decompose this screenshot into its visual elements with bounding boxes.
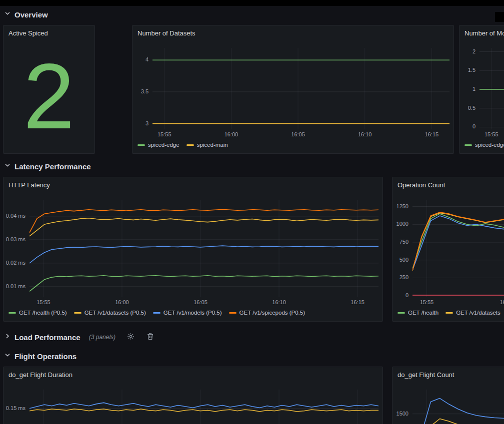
legend-label: GET /v1/datasets (P0.5)	[84, 310, 146, 316]
section-delete-button[interactable]	[147, 333, 154, 342]
legend-item[interactable]: GET /health (P0.5)	[8, 310, 67, 316]
legend-color-dash	[464, 144, 472, 146]
legend-item[interactable]: spiced-edge	[138, 142, 180, 148]
series-line	[30, 209, 378, 233]
x-axis: 15:5516:0016:0516:1016:15	[152, 131, 450, 139]
panel-count-label: (3 panels)	[89, 334, 116, 341]
legend-item[interactable]: GET /v1/spicepods (P0.5)	[229, 310, 305, 316]
chart-do-get-flight-count: 150010005000 15:5516:0016:0516:1016:15	[392, 390, 504, 424]
plot-area[interactable]	[30, 390, 378, 424]
x-axis-label: 16:00	[107, 299, 137, 305]
section-header-overview[interactable]: Overview	[4, 8, 48, 21]
panel-http-latency: HTTP Latency 0.04 ms0.03 ms0.02 ms0.01 m…	[3, 177, 383, 322]
y-axis-label: 2	[472, 48, 476, 54]
legend-item[interactable]: GET /v1/models (P0.5)	[153, 310, 222, 316]
plot-area[interactable]	[480, 48, 504, 129]
plot-area[interactable]	[412, 200, 504, 297]
panel-number-of-datasets: Number of Datasets 43.53 15:5516:0016:05…	[132, 25, 454, 154]
x-axis-label: 16:00	[216, 131, 246, 137]
chart-number-of-datasets: 43.53 15:5516:0016:0516:1016:15 spiced-e…	[132, 48, 450, 149]
chart-canvas[interactable]	[152, 48, 450, 129]
legend-color-dash	[8, 312, 16, 314]
y-axis-label: 1500	[396, 411, 408, 417]
y-axis: 150010005000	[392, 390, 412, 424]
panel-active-spiced: Active Spiced 2	[3, 25, 95, 154]
y-axis-label: 0.5	[468, 105, 476, 111]
y-axis: 43.53	[132, 48, 152, 129]
series-line	[30, 218, 378, 236]
section-settings-button[interactable]	[127, 333, 134, 342]
plot-area[interactable]	[152, 48, 450, 129]
x-axis-label: 15:55	[150, 131, 180, 137]
panel-do-get-flight-duration: do_get Flight Duration 0.15 ms0.1 ms0.05…	[3, 367, 383, 424]
y-axis-label: 0.04 ms	[6, 213, 26, 219]
section-label: Latency Performance	[14, 162, 91, 171]
x-axis-label: 16:15	[416, 131, 446, 137]
y-axis-label: 0	[406, 292, 408, 298]
section-header-load-performance[interactable]: Load Performance (3 panels)	[4, 331, 154, 344]
legend-label: GET /v1/models (P0.5)	[164, 310, 222, 316]
chart-canvas[interactable]	[30, 200, 378, 297]
chart-canvas[interactable]	[412, 390, 504, 424]
plot-area[interactable]	[30, 200, 378, 297]
legend-color-dash	[186, 144, 194, 146]
panel-title[interactable]: Number of Datasets	[138, 29, 196, 37]
y-axis-label: 500	[400, 257, 408, 263]
stat-value: 2	[4, 43, 94, 149]
chart-do-get-flight-duration: 0.15 ms0.1 ms0.05 ms 15:5516:0016:0516:1…	[4, 390, 378, 424]
y-axis-label: 0.02 ms	[6, 260, 26, 266]
x-axis-label: 16:15	[342, 299, 372, 305]
chart-canvas[interactable]	[480, 48, 504, 129]
x-axis-label: 15:55	[28, 299, 58, 305]
panel-title[interactable]: do_get Flight Duration	[8, 371, 72, 379]
legend-item[interactable]: spiced-edge	[464, 142, 504, 148]
y-axis-label: 1	[472, 86, 476, 92]
x-axis: 15:5516:0016:0516:1016:15	[480, 131, 504, 139]
legend-item[interactable]: GET /health	[398, 310, 438, 316]
panel-title[interactable]: Number of Models	[464, 29, 504, 37]
series-line	[412, 419, 504, 424]
top-window-strip	[0, 0, 504, 6]
panel-title[interactable]: Active Spiced	[8, 29, 48, 37]
y-axis-label: 0	[472, 123, 476, 129]
chart-operation-count: 125010007505002500 15:5516:0016:0516:101…	[392, 200, 504, 317]
section-header-latency-performance[interactable]: Latency Performance	[4, 160, 91, 173]
panel-do-get-flight-count: do_get Flight Count 150010005000 15:5516…	[392, 367, 504, 424]
section-header-flight-operations[interactable]: Flight Operations	[4, 350, 76, 363]
legend-color-dash	[138, 144, 145, 146]
chevron-right-icon	[4, 333, 11, 342]
gear-icon	[127, 333, 134, 342]
legend: GET /healthGET /v1/datasetsGET /v1/model…	[398, 308, 504, 317]
legend-label: spiced-main	[197, 142, 228, 148]
series-line	[412, 216, 504, 270]
y-axis: 0.15 ms0.1 ms0.05 ms	[4, 390, 30, 424]
chart-number-of-models: 21.510.50 15:5516:0016:0516:1016:15 spic…	[460, 48, 504, 149]
legend-label: GET /v1/datasets	[456, 310, 500, 316]
chart-canvas[interactable]	[30, 390, 378, 424]
y-axis-label: 1.5	[468, 67, 476, 73]
legend: spiced-edgespiced-main	[138, 140, 450, 149]
y-axis-label: 250	[400, 274, 408, 280]
panel-title[interactable]: HTTP Latency	[8, 181, 50, 189]
y-axis-label: 0.01 ms	[6, 283, 26, 289]
legend-color-dash	[398, 312, 405, 314]
x-axis-label: 16:00	[492, 299, 504, 305]
chart-http-latency: 0.04 ms0.03 ms0.02 ms0.01 ms 15:5516:001…	[4, 200, 378, 317]
legend-label: GET /health	[408, 310, 438, 316]
legend-color-dash	[153, 312, 160, 314]
panel-title[interactable]: Operation Count	[398, 181, 445, 189]
section-label: Overview	[14, 10, 48, 19]
legend-color-dash	[229, 312, 236, 314]
chart-canvas[interactable]	[412, 200, 504, 297]
panel-title[interactable]: do_get Flight Count	[398, 371, 454, 379]
legend-item[interactable]: GET /v1/datasets (P0.5)	[74, 310, 146, 316]
legend-item[interactable]: GET /v1/datasets	[446, 310, 500, 316]
series-line	[412, 399, 504, 424]
plot-area[interactable]	[412, 390, 504, 424]
y-axis-label: 0.03 ms	[6, 236, 26, 242]
legend-color-dash	[74, 312, 82, 314]
series-line	[30, 246, 378, 263]
legend-item[interactable]: spiced-main	[186, 142, 228, 148]
x-axis-label: 16:10	[264, 299, 294, 305]
series-line	[412, 212, 504, 270]
